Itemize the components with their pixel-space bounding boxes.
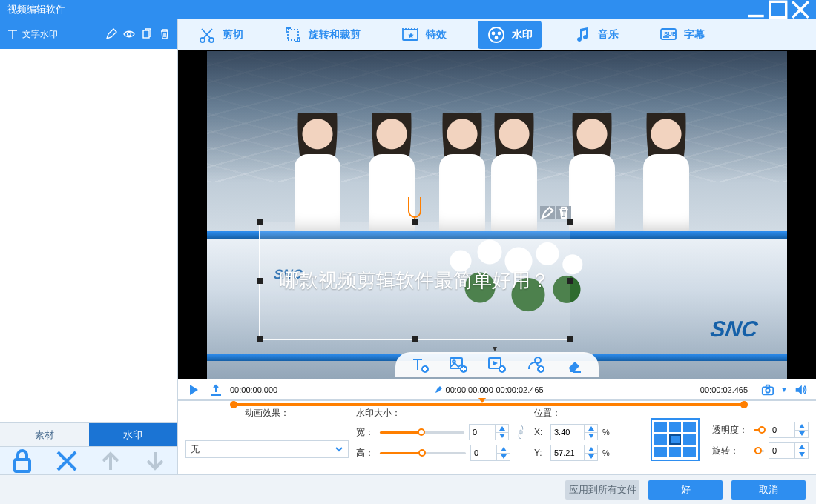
delete-icon[interactable] xyxy=(158,27,171,41)
tab-effect[interactable]: 特效 xyxy=(392,21,455,49)
main-toolbar: 剪切 旋转和裁剪 特效 水印 音乐 SUB 字幕 xyxy=(178,19,816,50)
anchor-cell[interactable] xyxy=(654,422,667,432)
snapshot-button[interactable] xyxy=(760,382,776,398)
lock-button[interactable] xyxy=(7,450,37,472)
svg-rect-0 xyxy=(770,1,786,17)
label-rotate: 旋转： xyxy=(712,445,749,457)
close-button[interactable] xyxy=(789,1,812,18)
height-step-up[interactable] xyxy=(497,445,510,454)
anchor-cell[interactable] xyxy=(669,447,682,457)
resize-handle[interactable] xyxy=(257,278,263,284)
sidebar-tab-material[interactable]: 素材 xyxy=(0,423,89,446)
titlebar: 视频编辑软件 xyxy=(0,0,816,19)
anchor-cell[interactable] xyxy=(654,434,667,445)
width-slider[interactable] xyxy=(380,427,464,437)
preview-area: SNC SNC 哪款视频剪辑软件最简单好用？ xyxy=(178,50,816,379)
y-step-up[interactable] xyxy=(585,445,597,454)
tab-cut[interactable]: 剪切 xyxy=(188,21,252,49)
resize-handle[interactable] xyxy=(412,336,418,342)
move-down-button[interactable] xyxy=(140,450,170,472)
rotate-step-down[interactable] xyxy=(795,451,808,459)
minimize-button[interactable] xyxy=(745,1,767,18)
opacity-slider[interactable] xyxy=(754,425,764,435)
label-width: 宽： xyxy=(356,426,375,439)
x-step-down[interactable] xyxy=(585,433,597,440)
rotate-slider[interactable] xyxy=(754,445,764,456)
watermark-delete-button[interactable] xyxy=(556,206,571,219)
copy-icon[interactable] xyxy=(140,27,154,41)
x-step-up[interactable] xyxy=(585,425,597,433)
cancel-button[interactable]: 取消 xyxy=(731,480,806,500)
opacity-step-down[interactable] xyxy=(795,431,808,438)
tab-watermark[interactable]: 水印 xyxy=(478,21,542,49)
width-step-up[interactable] xyxy=(496,425,508,433)
add-video-button[interactable] xyxy=(486,355,508,374)
svg-text:SUB: SUB xyxy=(664,30,677,37)
svg-point-10 xyxy=(498,31,501,35)
eye-icon[interactable] xyxy=(122,27,136,41)
rotate-input[interactable] xyxy=(769,442,809,459)
snapshot-caret-icon[interactable]: ▼ xyxy=(780,385,788,394)
anchor-cell[interactable] xyxy=(683,422,696,432)
label-height: 高： xyxy=(356,447,375,460)
remove-button[interactable] xyxy=(52,450,82,472)
properties-panel: 动画效果： 无 水印大小： 宽： xyxy=(178,400,816,474)
resize-handle[interactable] xyxy=(567,219,573,225)
sidebar-header: 文字水印 xyxy=(0,19,177,49)
anchor-grid[interactable] xyxy=(651,418,700,461)
tab-rotate-crop[interactable]: 旋转和裁剪 xyxy=(274,21,369,49)
animation-dropdown[interactable]: 无 xyxy=(185,440,349,458)
anchor-cell[interactable] xyxy=(683,447,696,457)
label-y: Y: xyxy=(534,448,546,458)
apply-all-button[interactable]: 应用到所有文件 xyxy=(565,480,639,500)
height-step-down[interactable] xyxy=(497,454,510,461)
anchor-cell[interactable] xyxy=(654,447,667,457)
x-input[interactable] xyxy=(550,424,598,440)
width-input[interactable] xyxy=(469,424,509,440)
height-input[interactable] xyxy=(470,445,510,461)
erase-button[interactable] xyxy=(563,355,585,374)
rotate-step-up[interactable] xyxy=(795,443,808,451)
sidebar-tabs: 素材 水印 xyxy=(0,422,177,446)
move-up-button[interactable] xyxy=(96,450,125,472)
play-button[interactable] xyxy=(185,382,202,398)
height-slider[interactable] xyxy=(380,448,466,458)
svg-point-22 xyxy=(766,388,769,392)
watermark-box[interactable]: 哪款视频剪辑软件最简单好用？ xyxy=(259,222,570,340)
tab-music[interactable]: 音乐 xyxy=(564,21,628,49)
tab-watermark-label: 水印 xyxy=(512,28,533,42)
preview-canvas[interactable]: SNC SNC 哪款视频剪辑软件最简单好用？ xyxy=(207,51,787,379)
y-input[interactable] xyxy=(550,445,598,461)
resize-handle[interactable] xyxy=(257,336,263,342)
resize-handle[interactable] xyxy=(567,336,573,342)
timeline-track[interactable] xyxy=(230,391,748,405)
playback-bar: 00:00:00.000 00:00:00.000-00:00:02.465 0… xyxy=(178,379,816,400)
link-lock-icon[interactable] xyxy=(516,425,526,440)
resize-handle[interactable] xyxy=(567,278,573,284)
watermark-edit-button[interactable] xyxy=(540,206,555,219)
anchor-cell[interactable] xyxy=(669,434,682,445)
anchor-cell[interactable] xyxy=(683,434,696,445)
sidebar-tab-watermark[interactable]: 水印 xyxy=(89,423,178,446)
tab-subtitle[interactable]: SUB 字幕 xyxy=(650,21,714,49)
sidebar: 文字水印 素材 水印 xyxy=(0,19,178,474)
rotate-handle-icon[interactable] xyxy=(408,197,421,218)
export-frame-button[interactable] xyxy=(208,382,224,398)
sidebar-actions xyxy=(0,446,177,474)
width-step-down[interactable] xyxy=(496,433,508,440)
opacity-input[interactable] xyxy=(769,422,809,438)
add-text-button[interactable] xyxy=(409,355,431,374)
edit-icon[interactable] xyxy=(105,27,118,41)
y-step-down[interactable] xyxy=(585,454,597,461)
chevron-down-icon[interactable]: ▾ xyxy=(493,343,497,354)
add-shape-button[interactable] xyxy=(524,355,547,374)
maximize-button[interactable] xyxy=(767,1,789,18)
resize-handle[interactable] xyxy=(412,219,418,225)
resize-handle[interactable] xyxy=(257,219,263,225)
opacity-step-up[interactable] xyxy=(795,422,808,431)
anchor-cell[interactable] xyxy=(669,422,682,432)
add-image-button[interactable] xyxy=(447,355,470,374)
volume-button[interactable] xyxy=(792,382,809,398)
brand-logo-right: SNC xyxy=(708,316,759,342)
ok-button[interactable]: 好 xyxy=(648,480,723,500)
